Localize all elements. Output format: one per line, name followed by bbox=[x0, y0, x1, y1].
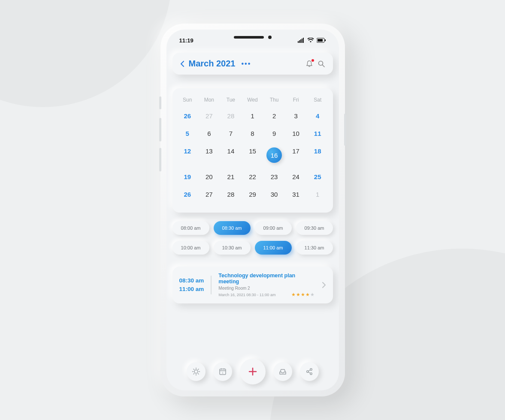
dow-label: Sun bbox=[177, 94, 199, 107]
status-time: 11:19 bbox=[179, 37, 194, 44]
notification-icon[interactable] bbox=[305, 60, 313, 68]
calendar-day[interactable]: 21 bbox=[220, 168, 242, 186]
volume-up-button bbox=[159, 118, 161, 141]
svg-line-18 bbox=[198, 369, 199, 370]
svg-text:1: 1 bbox=[222, 372, 224, 374]
calendar-day[interactable]: 17 bbox=[285, 142, 307, 168]
battery-icon bbox=[317, 38, 326, 43]
month-header: March 2021 ••• bbox=[172, 53, 333, 75]
divider bbox=[211, 276, 212, 294]
more-icon[interactable]: ••• bbox=[241, 60, 251, 68]
svg-line-17 bbox=[194, 374, 194, 375]
calendar-day[interactable]: 29 bbox=[242, 186, 263, 203]
dow-label: Wed bbox=[242, 94, 263, 107]
prev-month-icon[interactable] bbox=[180, 60, 184, 67]
calendar-day[interactable]: 19 bbox=[177, 168, 199, 186]
calendar-day[interactable]: 27 bbox=[198, 107, 220, 125]
time-slot[interactable]: 11:00 am bbox=[255, 241, 292, 255]
time-slot[interactable]: 11:30 am bbox=[296, 241, 333, 255]
svg-line-30 bbox=[308, 372, 310, 373]
month-label[interactable]: March 2021 bbox=[189, 59, 236, 69]
time-slot[interactable]: 08:00 am bbox=[172, 221, 209, 235]
event-start: 08:30 am bbox=[179, 276, 204, 285]
calendar-button[interactable]: 1 bbox=[213, 362, 232, 381]
event-title: Technology development plan meeting bbox=[218, 273, 314, 285]
status-icons bbox=[298, 38, 326, 43]
calendar-day[interactable]: 1 bbox=[242, 107, 263, 125]
phone-frame: 11:19 March 2021 ••• bbox=[160, 24, 345, 396]
volume-down-button bbox=[159, 148, 161, 171]
event-room: Meeting Room 2 bbox=[218, 286, 314, 291]
wifi-icon bbox=[307, 38, 314, 43]
calendar-day[interactable]: 26 bbox=[177, 107, 199, 125]
event-card[interactable]: 08:30 am 11:00 am Technology development… bbox=[172, 267, 333, 303]
inbox-button[interactable] bbox=[273, 362, 292, 381]
calendar-day[interactable]: 6 bbox=[198, 125, 220, 142]
dow-label: Fri bbox=[285, 94, 307, 107]
share-button[interactable] bbox=[300, 362, 319, 381]
calendar-day[interactable]: 25 bbox=[307, 168, 329, 186]
calendar-day[interactable]: 13 bbox=[198, 142, 220, 168]
screen: 11:19 March 2021 ••• bbox=[166, 30, 339, 390]
calendar-day[interactable]: 30 bbox=[263, 186, 285, 203]
time-slot[interactable]: 09:00 am bbox=[255, 221, 292, 235]
svg-rect-2 bbox=[300, 39, 301, 43]
calendar-day[interactable]: 14 bbox=[220, 142, 242, 168]
add-button[interactable] bbox=[240, 359, 266, 384]
notch bbox=[234, 36, 272, 39]
calendar-day[interactable]: 11 bbox=[307, 125, 329, 142]
calendar-day[interactable]: 24 bbox=[285, 168, 307, 186]
svg-rect-0 bbox=[298, 41, 299, 43]
calendar-day[interactable]: 18 bbox=[307, 142, 329, 168]
calendar-day[interactable]: 1 bbox=[307, 186, 329, 203]
time-slot[interactable]: 10:30 am bbox=[214, 241, 251, 255]
calendar-day[interactable]: 27 bbox=[198, 186, 220, 203]
calendar-day[interactable]: 22 bbox=[242, 168, 263, 186]
calendar-day[interactable]: 3 bbox=[285, 107, 307, 125]
svg-line-29 bbox=[308, 370, 310, 371]
event-body: Technology development plan meeting Meet… bbox=[218, 273, 314, 297]
time-slot[interactable]: 08:30 am bbox=[214, 221, 251, 235]
calendar-day[interactable]: 7 bbox=[220, 125, 242, 142]
bottom-nav: 1 bbox=[166, 359, 339, 384]
calendar-day[interactable]: 12 bbox=[177, 142, 199, 168]
calendar-day[interactable]: 26 bbox=[177, 186, 199, 203]
svg-rect-6 bbox=[318, 39, 323, 42]
calendar-day[interactable]: 28 bbox=[220, 107, 242, 125]
calendar-day[interactable]: 31 bbox=[285, 186, 307, 203]
calendar-day[interactable]: 9 bbox=[263, 125, 285, 142]
svg-rect-3 bbox=[302, 39, 302, 43]
calendar-day[interactable]: 15 bbox=[242, 142, 263, 168]
power-button bbox=[344, 114, 346, 146]
calendar-day[interactable]: 23 bbox=[263, 168, 285, 186]
svg-rect-4 bbox=[303, 38, 304, 43]
event-times: 08:30 am 11:00 am bbox=[179, 276, 204, 294]
event-detail: March 16, 2021 08:30 - 11:00 am bbox=[218, 293, 275, 297]
calendar-day[interactable]: 10 bbox=[285, 125, 307, 142]
dow-label: Tue bbox=[220, 94, 242, 107]
brightness-button[interactable] bbox=[187, 362, 206, 381]
event-end: 11:00 am bbox=[179, 285, 204, 294]
svg-line-9 bbox=[322, 65, 324, 67]
side-button bbox=[159, 96, 161, 109]
calendar-day[interactable]: 2 bbox=[263, 107, 285, 125]
chevron-right-icon[interactable] bbox=[322, 281, 326, 289]
svg-line-15 bbox=[194, 369, 194, 370]
time-slot[interactable]: 10:00 am bbox=[172, 241, 209, 255]
search-icon[interactable] bbox=[318, 60, 325, 68]
svg-point-10 bbox=[194, 370, 198, 373]
svg-rect-7 bbox=[325, 39, 326, 41]
calendar-day[interactable]: 4 bbox=[307, 107, 329, 125]
dow-label: Mon bbox=[198, 94, 220, 107]
calendar-day[interactable]: 20 bbox=[198, 168, 220, 186]
signal-icon bbox=[298, 38, 305, 43]
dow-label: Thu bbox=[263, 94, 285, 107]
event-rating: ★★★★★ bbox=[291, 292, 315, 297]
calendar-day[interactable]: 5 bbox=[177, 125, 199, 142]
calendar-day[interactable]: 8 bbox=[242, 125, 263, 142]
time-slot[interactable]: 09:30 am bbox=[296, 221, 333, 235]
calendar-day[interactable]: 16 bbox=[263, 142, 285, 168]
calendar: SunMonTueWedThuFriSat 262728123456789101… bbox=[172, 88, 333, 213]
dow-label: Sat bbox=[307, 94, 329, 107]
calendar-day[interactable]: 28 bbox=[220, 186, 242, 203]
